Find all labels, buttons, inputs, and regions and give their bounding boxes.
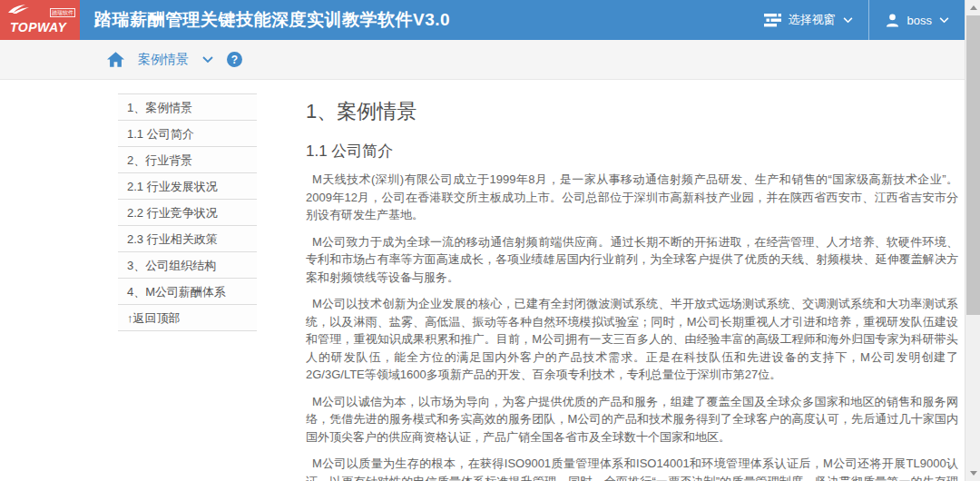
chevron-down-icon	[843, 17, 853, 24]
section-heading: 1、案例情景	[306, 98, 958, 125]
scroll-up-button[interactable]	[965, 0, 980, 15]
paragraph: M公司致力于成为全球一流的移动通信射频前端供应商。通过长期不断的开拓进取，在经营…	[306, 233, 958, 287]
logo-sub-text: 踏瑞软件	[50, 8, 75, 17]
sidebar-item-case-scenario[interactable]: 1、案例情景	[118, 94, 257, 121]
chevron-down-icon	[202, 56, 213, 64]
user-menu[interactable]: boss	[869, 0, 965, 40]
sidebar-menu: 1、案例情景 1.1 公司简介 2、行业背景 2.1 行业发展状况 2.2 行业…	[118, 93, 257, 331]
topway-logo[interactable]: TOPWAY 踏瑞软件	[0, 0, 80, 40]
header-right: 选择视窗 boss	[749, 0, 965, 40]
nav-dropdown-toggle[interactable]	[202, 56, 213, 64]
logo-brand-text: TOPWAY	[10, 20, 66, 34]
sidebar-item-industry-policy[interactable]: 2.3 行业相关政策	[118, 226, 257, 252]
user-icon	[885, 13, 900, 28]
sidebar-item-industry-development[interactable]: 2.1 行业发展状况	[118, 173, 257, 200]
paragraph: M公司以技术创新为企业发展的核心，已建有全封闭微波测试系统、半开放式远场测试系统…	[306, 295, 958, 384]
article-content: 1、案例情景 1.1 公司简介 M天线技术(深圳)有限公司成立于1999年8月，…	[306, 87, 958, 481]
logo-wing-icon	[7, 4, 31, 15]
home-button[interactable]	[107, 52, 124, 67]
sidebar-item-salary-system[interactable]: 4、M公司薪酬体系	[118, 279, 257, 305]
home-icon	[107, 52, 124, 67]
top-header: TOPWAY 踏瑞软件 踏瑞薪酬管理关键技能深度实训教学软件V3.0 选择视窗	[0, 0, 965, 40]
chevron-down-icon	[939, 17, 949, 24]
app-title: 踏瑞薪酬管理关键技能深度实训教学软件V3.0	[94, 8, 450, 32]
window-select-dropdown[interactable]: 选择视窗	[749, 0, 868, 40]
scroll-down-icon	[970, 471, 977, 476]
sidebar-item-org-structure[interactable]: 3、公司组织结构	[118, 252, 257, 279]
window-select-label: 选择视窗	[789, 12, 836, 28]
subsection-heading: 1.1 公司简介	[306, 141, 958, 162]
sidebar-item-company-profile[interactable]: 1.1 公司简介	[118, 121, 257, 147]
scroll-down-button[interactable]	[965, 466, 980, 481]
sidebar-item-industry-background[interactable]: 2、行业背景	[118, 147, 257, 173]
scrollbar[interactable]	[965, 0, 980, 481]
help-button[interactable]: ?	[227, 52, 242, 67]
paragraph: M公司以质量为生存的根本，在获得ISO9001质量管理体系和ISO14001和环…	[306, 455, 958, 481]
paragraph: M公司以诚信为本，以市场为导向，为客户提供优质的产品和服务，组建了覆盖全国及全球…	[306, 393, 958, 447]
sidebar-item-industry-competition[interactable]: 2.2 行业竞争状况	[118, 200, 257, 226]
scroll-up-icon	[970, 5, 977, 10]
sidebar-item-back-to-top[interactable]: ↑返回顶部	[118, 305, 257, 331]
breadcrumb-bar: 案例情景 ?	[0, 40, 965, 80]
window-layout-icon	[764, 14, 781, 27]
paragraph: M天线技术(深圳)有限公司成立于1999年8月，是一家从事移动通信射频产品研发、…	[306, 171, 958, 224]
nav-current-page[interactable]: 案例情景	[138, 52, 189, 68]
scroll-thumb[interactable]	[966, 15, 980, 315]
app-window: TOPWAY 踏瑞软件 踏瑞薪酬管理关键技能深度实训教学软件V3.0 选择视窗	[0, 0, 980, 481]
user-name: boss	[907, 14, 932, 27]
